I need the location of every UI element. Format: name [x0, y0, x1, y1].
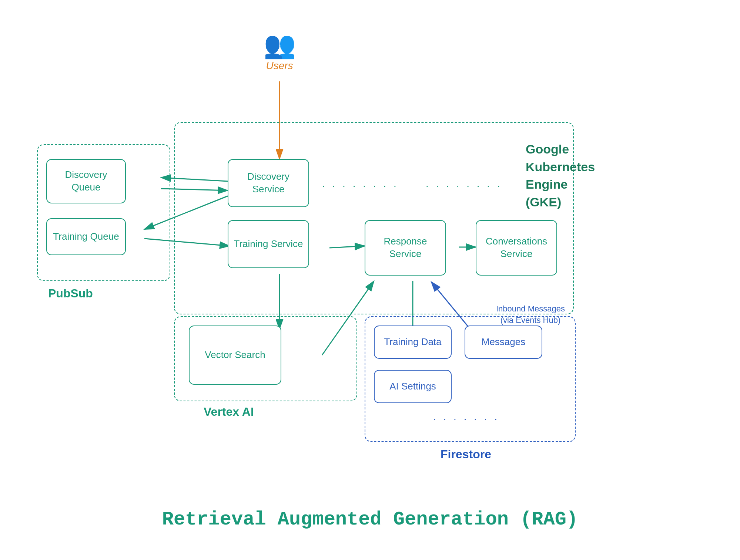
users-area: 👥 Users	[244, 30, 315, 72]
gke-label: Google KubernetesEngine (GKE)	[526, 141, 600, 211]
dots-gke-1: . . . . . . . .	[322, 178, 399, 189]
dots-gke-2: . . . . . . . .	[426, 178, 502, 189]
training-service-node: Training Service	[228, 220, 309, 268]
discovery-queue-node: DiscoveryQueue	[46, 159, 126, 203]
users-label: Users	[266, 60, 293, 71]
diagram-title: Retrieval Augmented Generation (RAG)	[0, 509, 740, 530]
firestore-label: Firestore	[441, 448, 491, 461]
response-service-node: ResponseService	[365, 220, 446, 276]
vector-search-node: Vector Search	[189, 325, 281, 385]
training-data-node: Training Data	[374, 325, 452, 359]
inbound-messages-label: Inbound Messages(via Events Hub)	[496, 303, 565, 326]
pubsub-label: PubSub	[48, 287, 93, 300]
discovery-service-node: DiscoveryService	[228, 159, 309, 207]
conversations-service-node: ConversationsService	[476, 220, 557, 276]
training-queue-node: Training Queue	[46, 218, 126, 255]
users-icon: 👥	[244, 30, 315, 60]
diagram-container: 👥 Users PubSub Google KubernetesEngine (…	[0, 0, 740, 560]
vertex-ai-label: Vertex AI	[204, 405, 254, 419]
dots-firestore: . . . . . . .	[433, 411, 499, 422]
gke-region	[174, 122, 574, 314]
ai-settings-node: AI Settings	[374, 370, 452, 403]
messages-node: Messages	[465, 325, 542, 359]
